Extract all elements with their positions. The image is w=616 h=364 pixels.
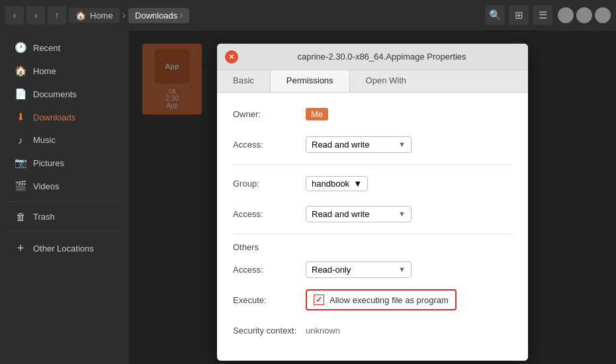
sidebar-label-documents: Documents — [33, 89, 77, 99]
owner-access-arrow-icon: ▼ — [398, 140, 406, 148]
owner-row: Owner: Me — [233, 103, 512, 124]
sidebar-item-documents[interactable]: 📄 Documents — [4, 83, 125, 105]
sidebar-item-music[interactable]: ♪ Music — [4, 129, 125, 151]
search-button[interactable]: 🔍 — [485, 5, 505, 25]
minimize-button[interactable] — [558, 7, 574, 23]
pictures-icon: 📷 — [15, 157, 26, 169]
forward-button[interactable]: › — [26, 6, 45, 24]
downloads-icon: ⬇ — [15, 111, 26, 123]
owner-access-dropdown[interactable]: Read and write ▼ — [306, 136, 412, 153]
group-access-value: Read and write — [312, 209, 369, 219]
sidebar-item-downloads[interactable]: ⬇ Downloads — [4, 106, 125, 128]
music-icon: ♪ — [15, 134, 26, 146]
back-button[interactable]: ‹ — [5, 6, 24, 24]
window-controls — [558, 7, 611, 23]
sidebar-item-videos[interactable]: 🎬 Videos — [4, 175, 125, 197]
others-access-row: Access: Read-only ▼ — [233, 259, 512, 280]
videos-icon: 🎬 — [15, 180, 26, 192]
execute-row: Execute: Allow executing file as program — [233, 289, 512, 310]
tab-permissions[interactable]: Permissions — [271, 70, 350, 92]
group-label: Group: — [233, 179, 306, 189]
group-dropdown[interactable]: handbook ▼ — [306, 176, 368, 191]
properties-dialog: ✕ caprine-2.30.0-x86_64.Appimage Propert… — [217, 44, 528, 361]
security-value: unknown — [306, 326, 340, 336]
trash-icon: 🗑 — [15, 211, 26, 222]
current-path-label: Downloads — [135, 11, 177, 21]
group-row: Group: handbook ▼ — [233, 173, 512, 194]
owner-value: Me — [306, 108, 328, 120]
security-label: Security context: — [233, 326, 306, 336]
group-access-dropdown[interactable]: Read and write ▼ — [306, 206, 412, 222]
dialog-close-button[interactable]: ✕ — [225, 50, 238, 64]
group-arrow-icon: ▼ — [353, 179, 362, 189]
sidebar-item-home[interactable]: 🏠 Home — [4, 60, 125, 82]
sidebar-divider-2 — [8, 232, 121, 232]
main-area: 🕐 Recent 🏠 Home 📄 Documents ⬇ Downloads … — [0, 30, 616, 364]
sidebar-item-other-locations[interactable]: + Other Locations — [4, 236, 125, 261]
up-button[interactable]: ↑ — [48, 6, 66, 24]
sidebar-label-other-locations: Other Locations — [33, 244, 94, 253]
execute-checkbox[interactable] — [314, 295, 324, 305]
file-area: App ca 2.30 App ✕ caprine-2.30.0-x86_64.… — [129, 30, 616, 364]
sidebar-item-pictures[interactable]: 📷 Pictures — [4, 152, 125, 174]
view-toggle-button[interactable]: ⊞ — [509, 5, 529, 25]
group-value: handbook — [312, 179, 349, 189]
dialog-tabs: Basic Permissions Open With — [217, 70, 528, 93]
owner-access-value: Read and write — [312, 140, 369, 150]
home-button[interactable]: 🏠 Home — [69, 8, 120, 23]
others-section-label: Others — [233, 242, 512, 252]
sidebar: 🕐 Recent 🏠 Home 📄 Documents ⬇ Downloads … — [0, 30, 129, 364]
dialog-body-permissions: Owner: Me Access: Read and write ▼ — [217, 93, 528, 361]
recent-icon: 🕐 — [15, 42, 26, 54]
group-access-arrow-icon: ▼ — [398, 210, 406, 218]
breadcrumb-current: Downloads › — [128, 8, 189, 23]
sidebar-label-music: Music — [33, 135, 56, 145]
others-access-value: Read-only — [312, 265, 351, 275]
tab-basic[interactable]: Basic — [217, 70, 271, 92]
sidebar-label-recent: Recent — [33, 43, 60, 53]
close-icon: ✕ — [228, 52, 235, 62]
others-access-arrow-icon: ▼ — [398, 265, 406, 273]
owner-access-row: Access: Read and write ▼ — [233, 134, 512, 155]
maximize-button[interactable] — [576, 7, 592, 23]
modal-overlay: ✕ caprine-2.30.0-x86_64.Appimage Propert… — [129, 30, 616, 364]
sidebar-label-trash: Trash — [33, 212, 55, 222]
group-access-label: Access: — [233, 209, 306, 219]
home-label: Home — [90, 11, 113, 21]
divider-1 — [233, 164, 512, 165]
owner-label: Owner: — [233, 109, 306, 119]
home-icon: 🏠 — [75, 11, 86, 21]
security-row: Security context: unknown — [233, 320, 512, 341]
other-locations-icon: + — [15, 242, 26, 255]
window-close-button[interactable] — [595, 7, 611, 23]
divider-2 — [233, 234, 512, 234]
top-bar-actions: 🔍 ⊞ ☰ — [485, 5, 552, 25]
path-chevron: › — [180, 11, 183, 20]
others-access-dropdown[interactable]: Read-only ▼ — [306, 261, 412, 278]
execute-label: Execute: — [233, 295, 306, 305]
dialog-title: caprine-2.30.0-x86_64.Appimage Propertie… — [243, 52, 520, 62]
top-bar: ‹ › ↑ 🏠 Home › Downloads › 🔍 ⊞ ☰ — [0, 0, 616, 30]
sidebar-item-recent[interactable]: 🕐 Recent — [4, 36, 125, 59]
sidebar-label-home: Home — [33, 66, 56, 76]
sidebar-divider — [8, 201, 121, 202]
sidebar-label-videos: Videos — [33, 181, 60, 191]
group-access-row: Access: Read and write ▼ — [233, 203, 512, 224]
execute-checkbox-label: Allow executing file as program — [330, 295, 449, 305]
others-access-label: Access: — [233, 265, 306, 275]
breadcrumb-separator: › — [122, 9, 126, 21]
documents-icon: 📄 — [15, 88, 26, 100]
sidebar-item-trash[interactable]: 🗑 Trash — [4, 206, 125, 228]
tab-open-with[interactable]: Open With — [350, 70, 422, 92]
owner-access-label: Access: — [233, 140, 306, 150]
sidebar-label-downloads: Downloads — [33, 113, 75, 122]
home-nav-icon: 🏠 — [15, 65, 26, 77]
menu-button[interactable]: ☰ — [533, 5, 552, 25]
sidebar-label-pictures: Pictures — [33, 158, 64, 168]
dialog-titlebar: ✕ caprine-2.30.0-x86_64.Appimage Propert… — [217, 44, 528, 70]
execute-checkbox-container[interactable]: Allow executing file as program — [306, 289, 457, 310]
